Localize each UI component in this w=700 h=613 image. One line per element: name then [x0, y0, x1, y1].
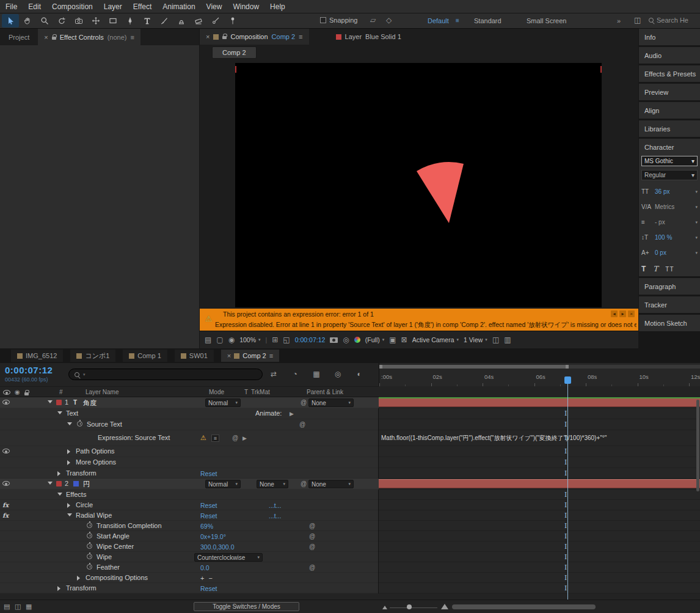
menu-effect[interactable]: Effect — [128, 2, 157, 11]
workspace-standard[interactable]: Standard — [474, 17, 501, 24]
hide-shy-layers-icon[interactable]: ▦ — [310, 370, 323, 378]
workspace-panel-icon[interactable]: ◫ — [634, 16, 641, 24]
menu-file[interactable]: File — [0, 2, 23, 11]
row-track[interactable]: I — [379, 521, 700, 531]
selection-tool[interactable] — [2, 14, 19, 28]
camera-tool[interactable] — [70, 14, 87, 28]
zoom-tool[interactable] — [36, 14, 53, 28]
panel-menu-icon[interactable]: ≡ — [299, 33, 302, 40]
stopwatch-icon[interactable] — [87, 554, 92, 559]
mask-visibility-icon[interactable]: ◉ — [228, 336, 235, 344]
row-track[interactable]: I — [379, 500, 700, 510]
shape-tool[interactable] — [104, 14, 122, 28]
timeline-horizontal-scrollbar[interactable] — [452, 604, 596, 609]
timeline-tab-img-6512[interactable]: IMG_6512 — [11, 350, 63, 362]
preview-quality-icon[interactable]: ▤ — [205, 336, 211, 344]
next-error-icon[interactable]: ▸ — [619, 310, 626, 317]
label-color-swatch[interactable] — [56, 481, 62, 486]
current-timecode[interactable]: 0:00:07:12 — [5, 365, 53, 375]
fx-badge-icon[interactable]: fx — [2, 502, 9, 508]
faux-styles-row[interactable]: TTTT — [641, 265, 698, 273]
panel-button-info[interactable]: Info — [639, 29, 700, 45]
panel-button-preview[interactable]: Preview — [639, 84, 700, 100]
mode-select[interactable]: Normal▾ — [205, 398, 241, 407]
panel-button-paragraph[interactable]: Paragraph — [639, 278, 700, 295]
twirl-open-icon[interactable] — [67, 422, 72, 425]
panel-button-audio[interactable]: Audio — [639, 47, 700, 64]
group-transform-solid[interactable]: TransformResetI — [0, 583, 700, 593]
expand-inout-pane-icon[interactable]: ▦ — [26, 603, 32, 611]
twirl-closed-icon[interactable] — [67, 503, 70, 508]
zoom-in-icon[interactable] — [441, 604, 448, 609]
group-compositing-options[interactable]: Compositing Options+ −I — [0, 573, 700, 583]
tab-layer[interactable]: Layer Blue Solid 1 — [330, 29, 407, 45]
col-mode[interactable]: Mode — [209, 389, 224, 395]
pick-whip-icon[interactable]: @ — [309, 533, 315, 540]
timeline-search-input[interactable]: ▾ — [68, 369, 263, 380]
pick-whip-icon[interactable]: @ — [309, 564, 315, 571]
prop-transition-completion[interactable]: Transition Completion69%@I — [0, 521, 700, 531]
row-track[interactable]: I — [379, 490, 700, 500]
pick-whip-icon[interactable]: @ — [301, 399, 307, 406]
row-value[interactable]: Reset — [200, 502, 217, 509]
timeline-tab-sw01[interactable]: SW01 — [175, 350, 214, 362]
layer-duration-bar[interactable] — [379, 479, 700, 488]
layer-duration-bar[interactable] — [379, 398, 700, 407]
row-track[interactable]: I — [379, 468, 700, 479]
menu-window[interactable]: Window — [227, 2, 264, 11]
lock-icon[interactable] — [52, 37, 56, 40]
twirl-open-icon[interactable] — [57, 411, 62, 414]
exposure-icon[interactable]: ⊠ — [401, 336, 407, 344]
camera-select[interactable]: Active Camera ▾ — [412, 336, 459, 343]
leading-value[interactable]: - px — [655, 219, 695, 226]
transparency-grid-icon[interactable]: ◱ — [283, 336, 290, 344]
pick-whip-icon[interactable]: @ — [299, 421, 305, 428]
close-icon[interactable]: × — [44, 34, 48, 41]
workspace-menu-icon[interactable]: ≡ — [456, 17, 459, 24]
panel-button-align[interactable]: Align — [639, 102, 700, 119]
close-icon[interactable]: × — [206, 33, 210, 40]
vertical-scale-value[interactable]: 100 % — [655, 234, 695, 241]
panel-button-tracker[interactable]: Tracker — [639, 296, 700, 313]
video-eye-icon[interactable] — [2, 400, 10, 405]
show-snapshot-icon[interactable]: ◎ — [343, 336, 349, 344]
tab-character[interactable]: Character — [639, 139, 700, 155]
group-transform-text[interactable]: TransformResetI — [0, 468, 700, 479]
view-layout-select[interactable]: 1 View ▾ — [464, 336, 487, 343]
prop-start-angle[interactable]: Start Angle0x+19.0°@I — [0, 531, 700, 541]
mode-select[interactable]: Normal▾ — [205, 480, 241, 488]
expression-warning-icon[interactable]: ⚠ — [200, 434, 206, 442]
video-eye-icon[interactable] — [2, 481, 10, 486]
col-trkmat[interactable]: TrkMat — [251, 389, 270, 395]
faux-style-1-icon[interactable]: T — [653, 265, 658, 273]
row-value[interactable]: + − — [200, 574, 214, 582]
kerning-value[interactable]: Metrics — [655, 204, 695, 210]
prop-source-text[interactable]: Source Text@I — [0, 419, 700, 430]
row-track[interactable]: I — [379, 419, 700, 430]
panel-button-libraries[interactable]: Libraries — [639, 120, 700, 137]
roi-icon[interactable]: ⊞ — [272, 336, 278, 344]
panel-menu-icon[interactable]: ≡ — [269, 352, 273, 359]
vertical-scale-control[interactable]: ↕T100 %▾ — [641, 231, 698, 244]
baseline-shift-control[interactable]: A+0 px▾ — [641, 246, 698, 259]
row-track[interactable]: I — [379, 552, 700, 562]
resolution-select[interactable]: (Full) ▾ — [365, 336, 384, 343]
menu-animation[interactable]: Animation — [157, 2, 200, 11]
stopwatch-icon[interactable] — [87, 533, 92, 538]
search-text[interactable]: Search He — [657, 17, 688, 24]
zoom-out-icon[interactable] — [382, 606, 387, 609]
twirl-open-icon[interactable] — [57, 493, 62, 496]
expression-graph-icon[interactable]: ▶ — [242, 435, 247, 441]
kerning-control[interactable]: V/AMetrics▾ — [641, 200, 698, 213]
leading-control[interactable]: ≡- px▾ — [641, 216, 698, 229]
layer-1[interactable]: 1T角度Normal▾@None▾ — [0, 397, 700, 408]
prop-wipe-center[interactable]: Wipe Center300.0,300.0@I — [0, 541, 700, 552]
panel-button-motion-sketch[interactable]: Motion Sketch — [639, 315, 700, 331]
prop-feather[interactable]: Feather0.0@I — [0, 562, 700, 573]
expression-source-text[interactable]: Expression: Source Text⚠≡@▶IMath.floor((… — [0, 430, 700, 446]
trkmat-select[interactable]: None▾ — [257, 480, 288, 488]
menu-help[interactable]: Help — [264, 2, 291, 11]
row-track[interactable]: IMath.floor((1-thisComp.layer("円").effec… — [379, 430, 700, 446]
close-banner-icon[interactable]: × — [628, 310, 635, 317]
group-more-options[interactable]: More OptionsI — [0, 457, 700, 468]
